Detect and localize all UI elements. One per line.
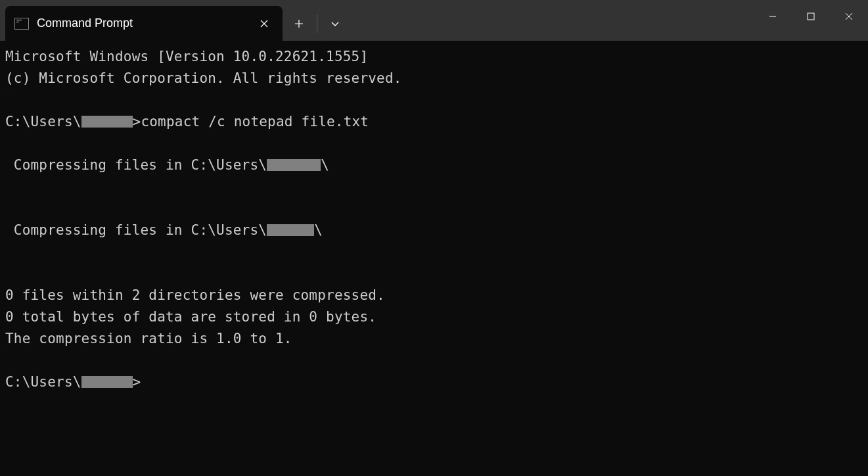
new-tab-button[interactable] (283, 6, 315, 41)
redacted-username (81, 116, 133, 128)
prompt-prefix: C:\Users\ (5, 114, 81, 130)
output-line-suffix: \ (321, 157, 329, 173)
output-line: 0 total bytes of data are stored in 0 by… (5, 309, 377, 325)
terminal-output[interactable]: Microsoft Windows [Version 10.0.22621.15… (0, 41, 868, 398)
banner-line: Microsoft Windows [Version 10.0.22621.15… (5, 49, 368, 64)
redacted-username (267, 224, 314, 236)
svg-rect-0 (808, 13, 814, 20)
plus-icon (294, 19, 304, 28)
output-line: The compression ratio is 1.0 to 1. (5, 331, 292, 346)
close-icon (260, 20, 268, 28)
output-line: Compressing files in C:\Users\ (5, 157, 267, 173)
prompt-suffix: > (133, 374, 141, 390)
output-line: 0 files within 2 directories were compre… (5, 287, 385, 303)
terminal-icon (14, 18, 29, 30)
command-text: compact /c notepad file.txt (141, 114, 369, 130)
divider (317, 14, 317, 33)
tab-actions (283, 6, 352, 41)
maximize-button[interactable] (792, 0, 830, 33)
tabs-area: Command Prompt (0, 0, 352, 41)
tab-dropdown-button[interactable] (319, 6, 352, 41)
banner-line: (c) Microsoft Corporation. All rights re… (5, 70, 402, 86)
close-window-button[interactable] (830, 0, 868, 33)
tab-command-prompt[interactable]: Command Prompt (5, 6, 283, 41)
output-line: Compressing files in C:\Users\ (5, 222, 267, 238)
minimize-icon (768, 12, 777, 21)
redacted-username (81, 376, 133, 388)
output-line-suffix: \ (314, 222, 323, 238)
minimize-button[interactable] (754, 0, 792, 33)
tab-close-button[interactable] (255, 14, 273, 33)
titlebar: Command Prompt (0, 0, 868, 41)
prompt-suffix: > (133, 114, 141, 130)
close-icon (844, 12, 854, 21)
tab-title: Command Prompt (37, 16, 247, 30)
chevron-down-icon (331, 19, 340, 28)
maximize-icon (806, 12, 815, 21)
window-controls (754, 0, 868, 33)
prompt-prefix: C:\Users\ (5, 374, 81, 390)
redacted-username (267, 159, 321, 171)
